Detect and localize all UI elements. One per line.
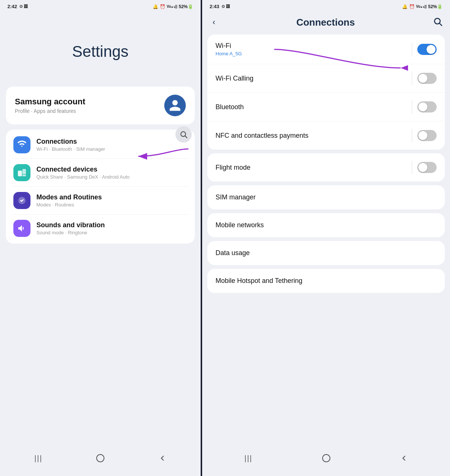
connections-list: Wi-Fi Home A_5G Wi-Fi Calling [202,35,450,293]
modes-subtitle: Modes · Routines [36,202,102,208]
right-battery: 52%🔋 [428,4,443,9]
right-bell-icon: 🔔 [402,4,408,9]
connections-page-title: Connections [296,17,355,28]
wifi-toggle[interactable] [417,44,437,55]
right-back-button[interactable] [397,451,411,465]
left-nav-bar: ||| [0,444,201,476]
right-time: 2:43 [210,4,219,9]
toggle-separator-3 [412,100,412,114]
left-bell-icon: 🔔 [153,4,158,9]
svg-rect-11 [323,454,330,462]
wifi-subtitle: Home A_5G [216,51,242,56]
right-status-right: 🔔 ⏰ Vo₄ ₁|| 52%🔋 [402,4,443,9]
svg-rect-4 [22,169,26,174]
left-battery: 52%🔋 [179,4,193,9]
samsung-account-subtitle: Profile · Apps and features [15,108,85,114]
menu-item-sounds[interactable]: Sounds and vibration Sound mode · Ringto… [12,215,189,242]
sounds-icon [13,220,30,237]
bluetooth-item[interactable]: Bluetooth [207,93,445,121]
left-status-bar: 2:42 ⊙ 🖼 🔔 ⏰ Vo₄ ₁|| 52%🔋 [0,0,201,13]
right-recent-icon: ||| [245,454,253,463]
flight-mode-toggle[interactable] [417,162,437,173]
flight-mode-label: Flight mode [216,164,250,172]
toggle-separator [412,43,412,56]
left-signal-icon: Vo₄ ₁|| [167,4,177,9]
right-header: ‹ Connections [202,13,450,35]
connections-icon [13,136,30,153]
left-panel: 2:42 ⊙ 🖼 🔔 ⏰ Vo₄ ₁|| 52%🔋 Settings Samsu… [0,0,201,476]
connected-devices-subtitle: Quick Share · Samsung DeX · Android Auto [36,174,130,180]
toggle-separator-4 [412,129,412,142]
menu-item-connections[interactable]: Connections Wi-Fi · Bluetooth · SIM mana… [12,131,189,159]
wifi-icon [17,140,27,150]
bluetooth-toggle[interactable] [417,101,437,113]
right-alarm-icon: ⏰ [409,4,415,9]
left-recent-button[interactable]: ||| [32,451,45,465]
left-status-time: 2:42 ⊙ 🖼 [7,4,28,9]
wifi-label: Wi-Fi [216,42,242,50]
right-status-bar: 2:43 ⊙ 🖼 🔔 ⏰ Vo₄ ₁|| 52%🔋 [202,0,450,13]
back-button[interactable]: ‹ [210,16,218,29]
right-home-button[interactable] [320,451,333,465]
avatar [164,95,186,116]
right-nav-bar: ||| [202,444,450,476]
sim-manager-card: SIM manager [207,185,445,209]
right-search-icon [433,17,443,26]
menu-items-card: Connections Wi-Fi · Bluetooth · SIM mana… [6,130,195,244]
data-usage-item[interactable]: Data usage [207,241,445,265]
menu-item-modes[interactable]: Modes and Routines Modes · Routines [12,187,189,215]
modes-label: Modes and Routines [36,193,102,201]
right-status-icons: ⊙ 🖼 [221,4,230,9]
wifi-calling-knob [418,74,427,83]
left-status-icons: ⊙ 🖼 [19,4,28,9]
hotspot-item[interactable]: Mobile Hotspot and Tethering [207,269,445,293]
right-status-time: 2:43 ⊙ 🖼 [210,4,230,9]
sounds-subtitle: Sound mode · Ringtone [36,230,105,235]
svg-rect-7 [97,454,104,462]
recent-icon: ||| [35,454,43,463]
data-usage-label: Data usage [216,249,250,257]
data-usage-card: Data usage [207,241,445,265]
modes-icon [13,192,30,209]
bluetooth-label: Bluetooth [216,103,244,111]
connections-subtitle: Wi-Fi · Bluetooth · SIM manager [36,146,105,152]
flight-mode-item[interactable]: Flight mode [207,153,445,182]
wifi-item[interactable]: Wi-Fi Home A_5G [207,35,445,64]
left-back-button[interactable] [156,451,169,465]
right-recent-button[interactable]: ||| [242,451,255,465]
settings-list: Samsung account Profile · Apps and featu… [0,87,201,244]
flight-mode-card: Flight mode [207,153,445,182]
right-panel: 2:43 ⊙ 🖼 🔔 ⏰ Vo₄ ₁|| 52%🔋 ‹ Connections [202,0,450,476]
menu-item-connected-devices[interactable]: Connected devices Quick Share · Samsung … [12,159,189,187]
connections-label: Connections [36,138,105,146]
right-back-icon [400,454,408,462]
svg-line-9 [440,23,442,26]
hotspot-label: Mobile Hotspot and Tethering [216,277,302,285]
home-icon [95,453,106,463]
volume-icon [17,224,27,233]
hotspot-card: Mobile Hotspot and Tethering [207,269,445,293]
nfc-item[interactable]: NFC and contactless payments [207,121,445,150]
samsung-account-card[interactable]: Samsung account Profile · Apps and featu… [6,87,195,124]
mobile-networks-label: Mobile networks [216,221,264,229]
toggle-separator-2 [412,72,412,85]
sim-manager-item[interactable]: SIM manager [207,185,445,209]
nfc-toggle[interactable] [417,130,437,141]
right-search-button[interactable] [433,17,443,28]
connected-devices-icon [13,164,30,181]
left-home-button[interactable] [94,451,107,465]
wifi-toggle-knob [427,45,436,54]
wifi-calling-toggle[interactable] [417,73,437,84]
flight-mode-knob [418,163,427,172]
left-alarm-icon: ⏰ [160,4,165,9]
right-home-icon [321,453,331,463]
samsung-account-title: Samsung account [15,97,85,107]
settings-title: Settings [0,43,201,61]
toggle-separator-5 [412,161,412,174]
mobile-networks-item[interactable]: Mobile networks [207,213,445,237]
svg-rect-3 [18,171,22,176]
devices-icon [17,168,27,177]
check-circle-icon [17,196,27,205]
nfc-knob [418,131,427,140]
wifi-calling-item[interactable]: Wi-Fi Calling [207,64,445,93]
